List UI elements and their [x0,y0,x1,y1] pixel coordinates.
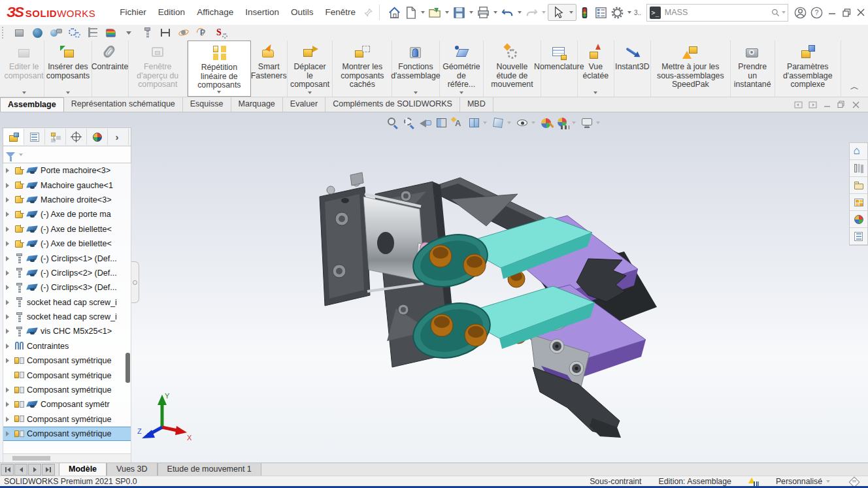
ribbon-button-caret[interactable] [217,91,221,93]
ribbon-collapse-chevron[interactable]: ︿ [841,81,868,97]
pane-left-icon[interactable] [791,99,805,110]
tree-filter-row[interactable] [3,146,131,163]
user-account-icon[interactable] [793,5,807,20]
expand-arrow-icon[interactable] [6,300,12,305]
expand-arrow-icon[interactable] [6,241,12,246]
ribbon-button[interactable]: Géométrie de référe... [440,41,484,97]
tree-item[interactable]: Porte machoire<3> [3,163,131,178]
expand-arrow-icon[interactable] [6,431,12,436]
select-arrow-icon[interactable] [550,5,566,20]
tree-item[interactable]: Composant symétrique [3,412,131,427]
ribbon-button[interactable]: Instant3D [614,41,651,97]
previous-view-icon[interactable] [418,116,432,130]
task-pane-tab[interactable] [850,177,867,194]
headsup-caret[interactable] [483,122,487,124]
annotation-visibility-icon[interactable] [451,116,465,130]
new-document-icon[interactable] [404,5,418,20]
menu-item[interactable]: Edition [152,0,191,25]
screw-icon[interactable] [141,26,155,39]
tree-item[interactable]: (-) Circlips<1> (Def... [3,251,131,265]
multibody-part-icon[interactable] [104,26,118,39]
ribbon-button[interactable]: Editer le composant [4,41,44,97]
tree-vertical-scrollbar[interactable] [125,353,130,383]
sw-addin-icon[interactable] [214,26,228,39]
rebuild-traffic-light-icon[interactable] [578,5,592,20]
tree-item[interactable]: (-) Circlips<2> (Def... [3,266,131,280]
doc-minimize-icon[interactable] [820,99,834,110]
scrollbar-thumb[interactable] [12,456,50,461]
ribbon-button[interactable]: Fenêtre d'aperçu du composant [129,41,188,97]
expand-arrow-icon[interactable] [6,387,12,393]
toolbar-overflow-text[interactable]: 3.. [634,9,641,16]
expand-arrow-icon[interactable] [6,402,12,407]
units-caret[interactable] [826,480,830,483]
preview-icon[interactable] [49,26,63,39]
task-pane-tab[interactable] [850,194,867,211]
tree-item[interactable]: Composant symétrique [3,368,131,382]
options-gear-icon[interactable] [610,5,624,20]
menu-item[interactable]: Fenêtre [319,0,361,25]
tree-item[interactable]: (-) Axe de porte ma [3,207,131,221]
command-tab[interactable]: Représentation schématique [64,97,183,112]
tree-item[interactable]: (-) Axe de biellette< [3,222,131,236]
tree-item[interactable]: (-) Circlips<3> (Def... [3,280,131,295]
toolbar-drag-handle[interactable] [2,27,7,39]
ribbon-button[interactable]: Répétition linéaire de composants [188,41,251,97]
measure-icon[interactable] [159,26,173,39]
help-icon[interactable]: ? [810,5,824,20]
task-pane-tab[interactable] [850,160,867,177]
expand-arrow-icon[interactable] [6,285,12,290]
command-tab[interactable]: Esquisse [183,97,231,112]
tree-item[interactable]: vis CHC M5x25<1> [3,324,131,338]
display-style-icon[interactable] [492,116,505,130]
ribbon-button-caret[interactable] [66,91,70,94]
edit-appearance-icon[interactable] [540,116,554,130]
headsup-caret[interactable] [507,122,511,124]
doc-close-icon[interactable] [848,99,863,110]
ribbon-button-caret[interactable] [414,91,418,94]
tree-item[interactable]: Composant symétrique [3,353,131,368]
ribbon-button[interactable]: Contrainte [92,41,129,97]
search-input[interactable] [663,7,771,18]
tree-item[interactable]: Composant symétrique [3,383,131,397]
magnifier-icon[interactable] [771,8,780,18]
orbit-icon[interactable] [177,26,192,39]
expand-arrow-icon[interactable] [6,212,12,217]
command-tab[interactable]: Marquage [231,97,283,112]
restore-icon[interactable] [839,3,854,22]
expand-arrow-icon[interactable] [6,227,12,232]
undo-icon[interactable] [501,5,514,20]
ribbon-button[interactable]: Insérer des composants [44,41,92,97]
expand-arrow-icon[interactable] [6,314,12,319]
menu-item[interactable]: Insertion [239,0,285,25]
menu-item[interactable]: Outils [285,0,320,25]
document-tab[interactable]: Vues 3D [107,463,157,476]
pin-icon[interactable] [364,7,373,18]
task-pane-tab[interactable] [850,228,867,245]
panel-tab[interactable] [108,129,129,145]
tree-item[interactable]: (-) Axe de biellette< [3,236,131,251]
expand-arrow-icon[interactable] [6,358,12,363]
headsup-caret[interactable] [572,122,576,124]
tree-item[interactable]: socket head cap screw_i [3,295,131,310]
ribbon-button[interactable]: Nouvelle étude de mouvement [484,41,541,97]
tree-item[interactable]: Composant symétr [3,397,131,412]
undo-caret[interactable] [518,11,522,14]
home-icon[interactable] [388,5,401,20]
panel-splitter-handle[interactable] [131,261,139,303]
apply-scene-icon[interactable] [556,116,570,130]
component-icon[interactable] [12,26,27,39]
save-icon[interactable] [452,5,466,20]
save-caret[interactable] [469,11,473,14]
task-pane-tab[interactable] [850,143,867,160]
ribbon-button[interactable]: Paramètres d'assemblage complexe [775,41,841,97]
menu-item[interactable]: Affichage [191,0,239,25]
expand-arrow-icon[interactable] [6,256,12,261]
units-selector[interactable]: Personnalisé [776,477,832,486]
command-tab[interactable]: Assemblage [0,97,64,112]
menu-item[interactable]: Fichier [114,0,152,25]
hide-show-items-icon[interactable] [516,116,529,130]
tree-item[interactable]: Composant symétrique [3,427,131,441]
tree-item[interactable]: socket head cap screw_i [3,310,131,324]
ribbon-button-caret[interactable] [308,91,312,94]
